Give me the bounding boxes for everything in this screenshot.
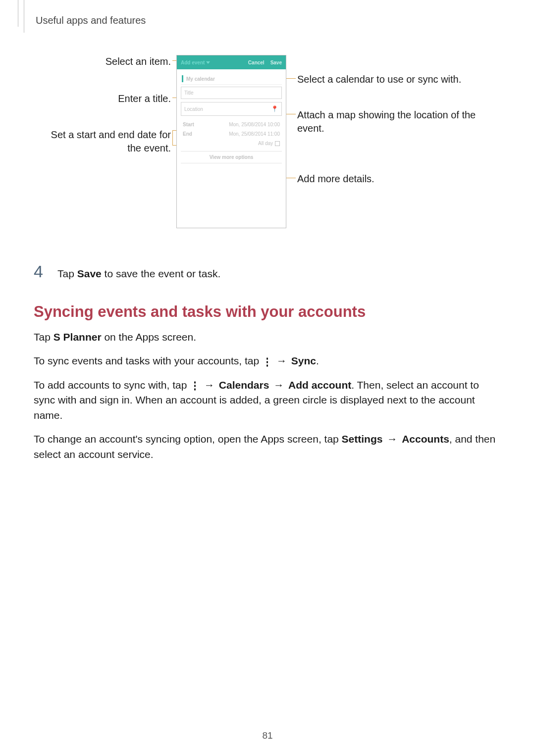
text-fragment: To sync events and tasks with your accou… xyxy=(34,355,262,366)
text-fragment: on the Apps screen. xyxy=(102,331,196,343)
start-label: Start xyxy=(183,122,194,127)
text-bold: Add account xyxy=(288,379,351,391)
location-input[interactable]: Location 📍 xyxy=(181,102,282,116)
text-fragment: . xyxy=(316,355,319,366)
step-number: 4 xyxy=(34,262,48,281)
add-event-dropdown[interactable]: Add event xyxy=(181,60,210,65)
all-day-checkbox[interactable] xyxy=(275,141,280,146)
text-fragment: To add accounts to sync with, tap xyxy=(34,379,190,391)
arrow-text: → xyxy=(272,355,291,366)
callout-attach-map: Attach a map showing the location of the… xyxy=(297,108,495,135)
step-text: Tap Save to save the event or task. xyxy=(57,268,220,280)
text-fragment: To change an account's syncing option, o… xyxy=(34,433,342,445)
view-more-options[interactable]: View more options xyxy=(181,151,282,163)
page-number: 81 xyxy=(0,730,535,741)
paragraph: To add accounts to sync with, tap ⋮ → Ca… xyxy=(34,378,501,423)
callout-line xyxy=(172,130,173,146)
paragraph: To change an account's syncing option, o… xyxy=(34,432,501,462)
map-pin-icon[interactable]: 📍 xyxy=(271,105,278,112)
dropdown-label: Add event xyxy=(181,60,205,65)
phone-body: My calendar Title Location 📍 Start Mon, … xyxy=(177,69,286,167)
all-day-row[interactable]: All day xyxy=(181,139,282,148)
text-bold: Sync xyxy=(291,355,316,366)
calendar-name: My calendar xyxy=(186,76,215,82)
calendar-selector[interactable]: My calendar xyxy=(181,73,282,85)
more-icon: ⋮ xyxy=(190,383,200,389)
text-bold: Save xyxy=(77,268,102,279)
save-button[interactable]: Save xyxy=(270,60,282,65)
phone-mockup: Add event Cancel Save My calendar Title … xyxy=(176,55,286,228)
phone-topbar: Add event Cancel Save xyxy=(177,55,286,69)
start-datetime-row[interactable]: Start Mon, 25/08/2014 10:00 xyxy=(181,120,282,129)
arrow-text: → xyxy=(382,433,402,445)
callout-line xyxy=(285,78,296,79)
callout-line xyxy=(285,114,296,114)
text-fragment: to save the event or task. xyxy=(102,268,220,279)
end-value: Mon, 25/08/2014 11:00 xyxy=(229,131,280,137)
chevron-down-icon xyxy=(206,61,210,64)
callout-select-calendar: Select a calendar to use or sync with. xyxy=(297,73,495,86)
arrow-text: → xyxy=(200,379,219,391)
text-bold: S Planner xyxy=(54,331,102,343)
text-fragment: Tap xyxy=(57,268,77,279)
callout-line xyxy=(285,178,296,178)
text-bold: Calendars xyxy=(219,379,269,391)
location-placeholder: Location xyxy=(184,106,203,112)
all-day-label: All day xyxy=(258,141,273,146)
text-bold: Accounts xyxy=(402,433,449,445)
running-header: Useful apps and features xyxy=(36,15,501,26)
callout-add-details: Add more details. xyxy=(297,172,495,186)
page-content: Useful apps and features Select an item.… xyxy=(0,0,535,462)
title-placeholder: Title xyxy=(184,90,194,96)
annotated-screenshot-diagram: Select an item. Enter a title. Set a sta… xyxy=(35,55,500,238)
text-bold: Settings xyxy=(342,433,383,445)
callout-enter-title: Enter a title. xyxy=(35,92,171,105)
calendar-color-bar xyxy=(182,75,183,82)
paragraph: To sync events and tasks with your accou… xyxy=(34,353,501,368)
section-heading: Syncing events and tasks with your accou… xyxy=(34,303,501,321)
step-4: 4 Tap Save to save the event or task. xyxy=(34,262,501,281)
end-label: End xyxy=(183,131,192,137)
start-value: Mon, 25/08/2014 10:00 xyxy=(229,122,280,127)
paragraph: Tap S Planner on the Apps screen. xyxy=(34,330,501,345)
callout-select-item: Select an item. xyxy=(35,55,171,68)
more-icon: ⋮ xyxy=(262,359,272,365)
arrow-text: → xyxy=(269,379,288,391)
end-datetime-row[interactable]: End Mon, 25/08/2014 11:00 xyxy=(181,129,282,139)
datetime-block: Start Mon, 25/08/2014 10:00 End Mon, 25/… xyxy=(181,120,282,148)
text-fragment: Tap xyxy=(34,331,54,343)
title-input[interactable]: Title xyxy=(181,87,282,99)
callout-set-dates: Set a start and end date for the event. xyxy=(35,128,171,155)
cancel-button[interactable]: Cancel xyxy=(248,60,265,65)
